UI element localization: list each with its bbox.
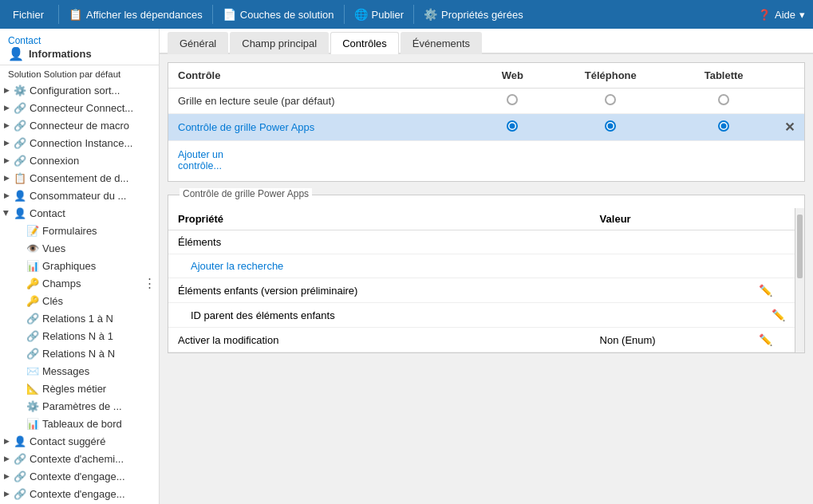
power-apps-section-wrapper: Contrôle de grille Power Apps Propriété …: [168, 195, 805, 353]
fichier-button[interactable]: Fichier: [0, 0, 57, 29]
tree-item-6[interactable]: ▶👤Consommateur du ...: [0, 187, 159, 204]
tree-item-22[interactable]: ▶🔗Contexte d'engage...: [0, 467, 159, 485]
prop-value-1: [590, 254, 749, 278]
radio-empty-icon[interactable]: [718, 94, 729, 105]
tree-item-9[interactable]: 👁️Vues: [0, 239, 159, 257]
prop-value-4: Non (Enum): [590, 328, 749, 352]
expand-arrow-2: ▶: [0, 121, 13, 129]
tree-item-21[interactable]: ▶🔗Contexte d'achemi...: [0, 450, 159, 467]
toolbar-proprietes-gerees[interactable]: ⚙️ Propriétés gérées: [416, 0, 531, 29]
tree-item-10[interactable]: 📊Graphiques: [0, 257, 159, 274]
prop-edit-button-3[interactable]: ✏️: [772, 309, 785, 321]
tree-item-icon-14: 🔗: [26, 329, 40, 343]
aide-icon: ❓: [758, 9, 771, 21]
expand-arrow-5: ▶: [0, 174, 13, 182]
control-row-1: Contrôle de grille Power Apps✕: [168, 114, 804, 141]
control-phone-1[interactable]: [548, 114, 673, 141]
tree-item-23[interactable]: ▶🔗Contexte d'engage...: [0, 485, 159, 502]
prop-table: Propriété Valeur ÉlémentsAjouter la rech…: [168, 208, 795, 352]
control-web-0[interactable]: [477, 89, 549, 114]
tree-item-icon-7: 👤: [13, 206, 27, 220]
tree-item-8[interactable]: 📝Formulaires: [0, 222, 159, 239]
toolbar-publier[interactable]: 🌐 Publier: [346, 0, 412, 29]
tree-item-2[interactable]: ▶🔗Connecteur de macro: [0, 116, 159, 134]
expand-arrow-20: ▶: [0, 437, 13, 445]
radio-filled-icon[interactable]: [605, 120, 616, 132]
tree-item-label-10: Graphiques: [42, 260, 156, 272]
prop-row-4: Activer la modificationNon (Enum)✏️: [168, 328, 795, 352]
tree-item-icon-6: 👤: [13, 188, 27, 203]
tree-item-label-3: Connection Instance...: [30, 137, 156, 149]
tab-controles[interactable]: Contrôles: [330, 32, 399, 54]
top-toolbar: Fichier 📋 Afficher les dépendances 📄 Cou…: [0, 0, 813, 29]
tree-item-13[interactable]: 🔗Relations 1 à N: [0, 309, 159, 327]
toolbar-aide[interactable]: ❓ Aide ▾: [750, 0, 813, 29]
control-phone-0[interactable]: [548, 89, 673, 114]
tree-item-label-8: Formulaires: [42, 225, 156, 237]
expand-arrow-6: ▶: [0, 191, 13, 199]
radio-empty-icon[interactable]: [507, 94, 518, 105]
toolbar-couches-solution[interactable]: 📄 Couches de solution: [215, 0, 342, 29]
content-area: GénéralChamp principalContrôlesÉvénement…: [160, 29, 813, 504]
tree-item-19[interactable]: 📊Tableaux de bord: [0, 415, 159, 432]
tree-item-icon-18: ⚙️: [26, 399, 40, 413]
control-web-1[interactable]: [477, 114, 549, 141]
expand-arrow-22: ▶: [0, 472, 13, 480]
prop-link-1[interactable]: Ajouter la recherche: [191, 260, 283, 272]
tree-item-15[interactable]: 🔗Relations N à N: [0, 345, 159, 362]
sidebar-title: 👤 Informations: [8, 46, 151, 61]
tree-item-11[interactable]: 🔑Champs⋮: [0, 274, 159, 292]
radio-filled-icon[interactable]: [507, 120, 518, 132]
tree-item-1[interactable]: ▶🔗Connecteur Connect...: [0, 99, 159, 116]
tree-item-4[interactable]: ▶🔗Connexion: [0, 152, 159, 169]
add-control-link[interactable]: Ajouter uncontrôle...: [168, 144, 233, 176]
radio-filled-icon[interactable]: [718, 120, 729, 132]
tree-item-14[interactable]: 🔗Relations N à 1: [0, 327, 159, 345]
tree-item-12[interactable]: 🔑Clés: [0, 292, 159, 309]
couches-icon: 📄: [223, 8, 236, 21]
radio-empty-icon[interactable]: [605, 94, 616, 105]
tree-item-label-21: Contexte d'achemi...: [30, 453, 156, 465]
prop-edit-button-2[interactable]: ✏️: [759, 284, 772, 297]
tab-champ-principal[interactable]: Champ principal: [230, 32, 329, 54]
tree-item-17[interactable]: 📐Règles métier: [0, 380, 159, 397]
control-tablet-0[interactable]: [673, 89, 775, 114]
sidebar-title-label: Informations: [29, 48, 92, 60]
vertical-scrollbar[interactable]: [795, 208, 804, 352]
scrollbar-thumb[interactable]: [797, 215, 803, 278]
prop-edit-button-4[interactable]: ✏️: [759, 333, 772, 346]
expand-arrow-4: ▶: [0, 156, 13, 164]
delete-button-1[interactable]: ✕: [784, 120, 795, 134]
overflow-menu-11[interactable]: ⋮: [144, 276, 156, 290]
tree-item-0[interactable]: ▶⚙️Configuration sort...: [0, 81, 159, 99]
tree-item-icon-9: 👁️: [26, 241, 40, 255]
tree-item-20[interactable]: ▶👤Contact suggéré: [0, 432, 159, 450]
tree-item-16[interactable]: ✉️Messages: [0, 362, 159, 380]
tree-item-7[interactable]: ▶👤Contact: [0, 204, 159, 222]
toolbar-afficher-dependances[interactable]: 📋 Afficher les dépendances: [61, 0, 211, 29]
toolbar-right: ❓ Aide ▾: [750, 0, 813, 29]
control-tablet-1[interactable]: [673, 114, 775, 141]
tree-item-18[interactable]: ⚙️Paramètres de ...: [0, 397, 159, 415]
tree-item-icon-4: 🔗: [13, 153, 27, 167]
tab-evenements[interactable]: Événements: [401, 32, 482, 54]
tree-item-label-0: Configuration sort...: [30, 85, 156, 96]
prop-value-2: [590, 278, 749, 303]
sidebar: Contact 👤 Informations Solution Solution…: [0, 29, 160, 504]
tab-general[interactable]: Général: [168, 32, 228, 54]
prop-edit-cell-1: [749, 254, 795, 278]
tree-item-label-16: Messages: [42, 365, 156, 377]
controls-section: Contrôle Web Téléphone Tablette Grille e…: [168, 62, 805, 182]
proprietes-label: Propriétés gérées: [441, 9, 523, 21]
main-panel: Contrôle Web Téléphone Tablette Grille e…: [160, 54, 813, 504]
sidebar-breadcrumb[interactable]: Contact: [8, 35, 151, 46]
col-header-tablette: Tablette: [673, 63, 775, 89]
tree-item-icon-17: 📐: [26, 381, 40, 396]
tree-item-3[interactable]: ▶🔗Connection Instance...: [0, 134, 159, 152]
tree-item-label-14: Relations N à 1: [42, 330, 156, 342]
tree-item-label-5: Consentement de d...: [30, 172, 156, 184]
prop-label-3: ID parent des éléments enfants: [168, 303, 590, 328]
tree-item-label-15: Relations N à N: [42, 348, 156, 360]
tree-item-5[interactable]: ▶📋Consentement de d...: [0, 169, 159, 187]
tree-item-label-4: Connexion: [30, 155, 156, 167]
